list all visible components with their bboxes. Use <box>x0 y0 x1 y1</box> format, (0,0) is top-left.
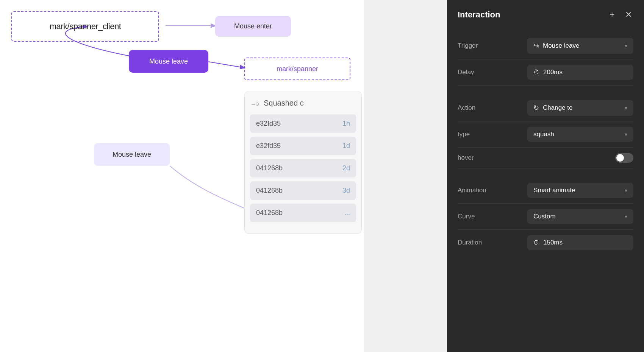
list-item[interactable]: 041268b 3d <box>250 181 356 200</box>
list-item[interactable]: e32fd35 1h <box>250 114 356 133</box>
panel-title: Interaction <box>458 10 500 20</box>
action-icon: ↻ <box>533 104 539 112</box>
hover-row: hover <box>458 148 633 168</box>
delay-label: Delay <box>458 69 492 76</box>
delay-value: ⏱ 200ms <box>533 69 563 76</box>
list-row-hash-3: 041268b <box>256 187 283 195</box>
action-chevron: ▾ <box>625 105 627 111</box>
canvas-area: mark/spanner_client Mouse enter Mouse le… <box>0 0 364 352</box>
type-chevron: ▾ <box>625 131 627 137</box>
curve-value: Custom <box>533 213 556 220</box>
list-header-icon <box>252 99 260 107</box>
trigger-icon: ↪ <box>533 42 539 50</box>
type-label: type <box>458 131 492 138</box>
trigger-dropdown[interactable]: ↪ Mouse leave ▾ <box>527 38 633 54</box>
list-row-time-1: 1d <box>342 142 350 150</box>
hover-toggle-wrap <box>615 153 633 163</box>
node-mouse-leave-purple-label: Mouse leave <box>149 58 188 65</box>
list-row-time-0: 1h <box>342 120 350 128</box>
curve-chevron: ▾ <box>625 213 627 220</box>
list-panel: Squashed c e32fd35 1h e32fd35 1d 041268b… <box>244 91 362 234</box>
list-row-hash-1: e32fd35 <box>256 142 281 150</box>
node-mouse-leave-light[interactable]: Mouse leave <box>94 143 170 166</box>
animation-value: Smart animate <box>533 187 575 194</box>
curve-label: Curve <box>458 213 492 220</box>
type-value: squash <box>533 131 554 138</box>
node-spanner-dashed-label: mark/spanner <box>277 65 318 73</box>
node-spanner-client[interactable]: mark/spanner_client <box>11 11 159 42</box>
duration-value: ⏱ 150ms <box>533 239 563 246</box>
svg-line-1 <box>208 62 244 68</box>
trigger-row: Trigger ↪ Mouse leave ▾ <box>458 33 633 59</box>
curve-dropdown[interactable]: Custom ▾ <box>527 209 633 224</box>
list-row-time-2: 2d <box>342 164 350 172</box>
node-spanner-dashed[interactable]: mark/spanner <box>244 58 350 80</box>
trigger-label: Trigger <box>458 42 492 50</box>
delay-row: Delay ⏱ 200ms <box>458 59 633 86</box>
delay-control[interactable]: ⏱ 200ms <box>527 65 633 80</box>
node-mouse-leave-purple[interactable]: Mouse leave <box>129 50 208 73</box>
panel-header-actions: + ✕ <box>608 9 633 20</box>
interaction-panel: Interaction + ✕ Trigger ↪ Mouse leave ▾ … <box>447 0 644 352</box>
animation-dropdown[interactable]: Smart animate ▾ <box>527 183 633 198</box>
add-interaction-button[interactable]: + <box>608 9 616 20</box>
duration-icon: ⏱ <box>533 239 539 246</box>
action-row: Action ↻ Change to ▾ <box>458 95 633 121</box>
list-row-hash-0: e32fd35 <box>256 120 281 128</box>
list-item[interactable]: 041268b 2d <box>250 159 356 178</box>
hover-toggle[interactable] <box>615 153 633 163</box>
list-header-label: Squashed c <box>264 99 304 107</box>
trigger-chevron: ▾ <box>625 43 627 49</box>
list-row-time-3: 3d <box>342 187 350 195</box>
animation-chevron: ▾ <box>625 187 627 193</box>
node-mouse-enter[interactable]: Mouse enter <box>215 16 291 37</box>
type-row: type squash ▾ <box>458 121 633 148</box>
list-item[interactable]: e32fd35 1d <box>250 137 356 155</box>
animation-label: Animation <box>458 187 492 194</box>
list-header: Squashed c <box>250 99 356 107</box>
duration-control[interactable]: ⏱ 150ms <box>527 235 633 250</box>
curve-row: Curve Custom ▾ <box>458 204 633 230</box>
list-item[interactable]: 041268b ... <box>250 204 356 222</box>
action-label: Action <box>458 104 492 112</box>
duration-label: Duration <box>458 239 492 246</box>
panel-header: Interaction + ✕ <box>458 9 633 20</box>
list-row-hash-2: 041268b <box>256 164 283 172</box>
duration-row: Duration ⏱ 150ms <box>458 230 633 255</box>
action-value: ↻ Change to <box>533 104 572 112</box>
close-panel-button[interactable]: ✕ <box>624 9 633 20</box>
node-mouse-leave-light-label: Mouse leave <box>113 151 151 159</box>
list-row-hash-4: 041268b <box>256 209 283 217</box>
delay-icon: ⏱ <box>533 69 539 76</box>
action-dropdown[interactable]: ↻ Change to ▾ <box>527 100 633 116</box>
animation-row: Animation Smart animate ▾ <box>458 178 633 204</box>
type-dropdown[interactable]: squash ▾ <box>527 127 633 142</box>
list-row-time-4: ... <box>344 209 350 217</box>
trigger-value: ↪ Mouse leave <box>533 42 579 50</box>
node-spanner-client-label: mark/spanner_client <box>50 22 121 31</box>
node-mouse-enter-label: Mouse enter <box>234 22 272 30</box>
hover-label: hover <box>458 154 492 162</box>
